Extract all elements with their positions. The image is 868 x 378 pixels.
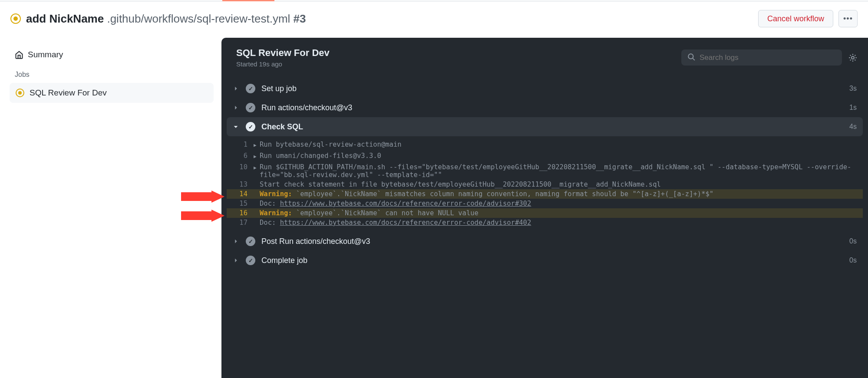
step-duration: 1s [849,104,857,112]
job-label: SQL Review For Dev [30,88,107,98]
job-status-running-icon [16,89,24,97]
search-icon [687,53,695,62]
job-title: SQL Review For Dev [236,47,330,59]
chevron-right-icon [233,238,241,244]
step-name: Post Run actions/checkout@v3 [261,237,849,246]
log-line[interactable]: 6 ▶ Run umani/changed-files@v3.3.0 [227,151,863,162]
step-row[interactable]: ✓ Run actions/checkout@v3 1s [227,98,863,117]
log-panel: SQL Review For Dev Started 19s ago [221,38,868,378]
page-title: add NickName .github/workflows/sql-revie… [26,12,306,26]
step-row[interactable]: ✓ Set up job 3s [227,79,863,98]
summary-label: Summary [28,50,63,59]
doc-link[interactable]: https://www.bytebase.com/docs/reference/… [280,219,531,227]
check-success-icon: ✓ [246,256,255,265]
page-header: add NickName .github/workflows/sql-revie… [0,1,868,38]
more-actions-button[interactable]: ••• [838,10,858,27]
check-success-icon: ✓ [246,237,255,246]
line-number: 16 [227,209,254,217]
log-line[interactable]: 17 Doc: https://www.bytebase.com/docs/re… [227,218,863,227]
settings-button[interactable] [848,53,858,62]
log-line[interactable]: 1 ▶ Run bytebase/sql-review-action@main [227,140,863,151]
step-duration: 0s [849,256,857,264]
log-text: Warning: `employee`.`NickName` can not h… [260,209,863,217]
search-logs-input[interactable] [700,53,836,62]
line-number: 6 [227,152,254,161]
svg-point-0 [688,54,693,59]
step-name: Check SQL [261,122,849,131]
active-tab-indicator [222,0,274,1]
log-line-warning[interactable]: 16 Warning: `employee`.`NickName` can no… [227,208,863,218]
home-icon [15,50,23,59]
step-row[interactable]: ✓ Post Run actions/checkout@v3 0s [227,232,863,251]
search-logs[interactable] [681,49,842,66]
check-success-icon: ✓ [246,84,255,93]
step-duration: 0s [849,237,857,245]
fold-triangle-icon[interactable]: ▶ [254,163,260,179]
chevron-right-icon [233,257,241,263]
line-number: 15 [227,200,254,207]
step-duration: 3s [849,85,857,92]
fold-triangle-icon[interactable]: ▶ [254,141,260,150]
step-name: Set up job [261,84,849,93]
log-line[interactable]: 15 Doc: https://www.bytebase.com/docs/re… [227,199,863,208]
step-row[interactable]: ✓ Complete job 0s [227,251,863,270]
step-name: Run actions/checkout@v3 [261,103,849,112]
check-success-icon: ✓ [246,122,255,131]
sidebar: Summary Jobs SQL Review For Dev [0,38,221,378]
log-line[interactable]: 10 ▶ Run $GITHUB_ACTION_PATH/main.sh --f… [227,162,863,180]
check-success-icon: ✓ [246,103,255,112]
line-number: 10 [227,163,254,179]
line-number: 13 [227,181,254,188]
chevron-down-icon [233,124,241,130]
run-status-running-icon [10,13,21,24]
cancel-workflow-button[interactable]: Cancel workflow [758,10,833,27]
log-text: Start check statement in file bytebase/t… [260,181,863,188]
step-duration: 4s [849,123,857,131]
log-text: Run umani/changed-files@v3.3.0 [260,152,863,161]
sidebar-job-item[interactable]: SQL Review For Dev [10,83,214,103]
step-row-expanded[interactable]: ✓ Check SQL 4s [227,117,863,136]
log-text: Doc: https://www.bytebase.com/docs/refer… [260,219,863,227]
summary-link[interactable]: Summary [10,46,214,64]
log-text: Run $GITHUB_ACTION_PATH/main.sh --files=… [260,163,863,179]
top-divider [0,0,868,1]
job-started-time: Started 19s ago [236,60,330,68]
line-number: 1 [227,141,254,150]
svg-point-1 [851,56,854,59]
log-text: Doc: https://www.bytebase.com/docs/refer… [260,200,863,207]
step-name: Complete job [261,256,849,265]
fold-triangle-icon[interactable]: ▶ [254,152,260,161]
doc-link[interactable]: https://www.bytebase.com/docs/reference/… [280,200,531,207]
line-number: 14 [227,190,254,198]
log-line[interactable]: 13 Start check statement in file bytebas… [227,180,863,189]
chevron-right-icon [233,105,241,111]
kebab-icon: ••• [843,14,853,23]
line-number: 17 [227,219,254,227]
log-text: Warning: `employee`.`NickName` mismatche… [260,190,863,198]
log-text: Run bytebase/sql-review-action@main [260,141,863,150]
jobs-heading: Jobs [10,64,214,83]
chevron-right-icon [233,85,241,92]
log-line-warning[interactable]: 14 Warning: `employee`.`NickName` mismat… [227,189,863,199]
log-output: 1 ▶ Run bytebase/sql-review-action@main … [227,136,863,232]
